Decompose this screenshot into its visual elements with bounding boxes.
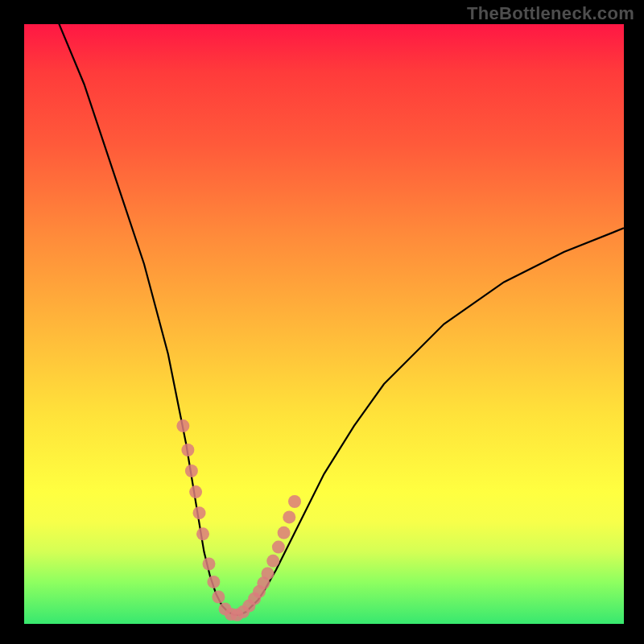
sample-dot bbox=[203, 558, 216, 571]
bottleneck-curve-path bbox=[54, 12, 624, 615]
sample-dot bbox=[266, 555, 279, 568]
sample-dots-group bbox=[176, 419, 301, 621]
sample-dot bbox=[278, 526, 291, 539]
sample-dot bbox=[176, 419, 189, 432]
sample-dot bbox=[288, 495, 301, 508]
sample-dot bbox=[212, 591, 225, 604]
watermark-text: TheBottleneck.com bbox=[467, 3, 634, 24]
sample-dot bbox=[189, 485, 202, 498]
sample-dot bbox=[196, 527, 209, 540]
sample-dot bbox=[207, 576, 220, 588]
sample-dot bbox=[272, 541, 285, 554]
sample-dot bbox=[283, 510, 295, 523]
sample-dot bbox=[262, 567, 275, 580]
sample-dot bbox=[193, 506, 206, 519]
sample-dot bbox=[181, 444, 194, 456]
curve-svg bbox=[24, 24, 624, 624]
plot-area bbox=[24, 24, 624, 624]
sample-dot bbox=[185, 464, 198, 477]
chart-frame: TheBottleneck.com bbox=[0, 0, 644, 644]
